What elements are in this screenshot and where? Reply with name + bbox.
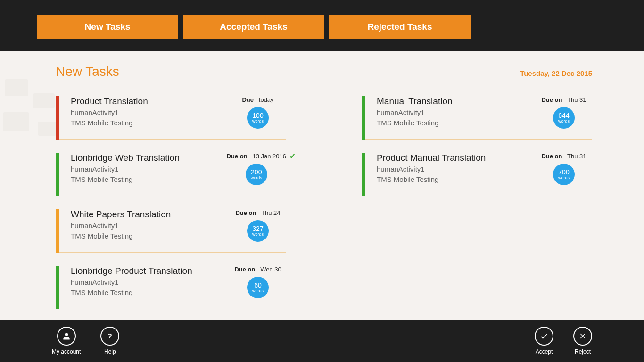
task-card[interactable]: Manual TranslationhumanActivity1TMS Mobi… xyxy=(362,96,592,140)
task-project: TMS Mobile Testing xyxy=(377,174,486,185)
account-icon xyxy=(57,327,76,346)
status-stripe xyxy=(56,96,59,140)
task-activity: humanActivity1 xyxy=(71,277,192,288)
word-count-badge: 200words xyxy=(246,164,267,185)
words-label: words xyxy=(558,176,570,180)
due-line: Due on Wed 30 xyxy=(230,266,286,273)
due-line: Due on Thu 31 xyxy=(536,153,592,160)
task-body: Lionbridge Product TranslationhumanActiv… xyxy=(59,266,286,309)
task-activity: humanActivity1 xyxy=(377,164,486,174)
accept-icon xyxy=(535,327,553,346)
due-value: Thu 31 xyxy=(566,96,586,103)
task-meta: Due on Thu 24327words xyxy=(230,209,286,247)
task-column-left: Product TranslationhumanActivity1TMS Mob… xyxy=(56,96,286,322)
words-label: words xyxy=(252,232,264,237)
due-line: Due today xyxy=(230,96,286,103)
due-label: Due on xyxy=(227,153,248,160)
task-card[interactable]: Lionbridge Web TranslationhumanActivity1… xyxy=(56,153,286,196)
word-count-badge: 644words xyxy=(553,107,575,129)
reject-button[interactable]: Reject xyxy=(573,327,592,355)
task-title: White Papers Translation xyxy=(71,209,171,220)
task-project: TMS Mobile Testing xyxy=(71,174,180,185)
task-info: White Papers TranslationhumanActivity1TM… xyxy=(71,209,171,247)
due-value: 13 Jan 2016 xyxy=(251,153,286,160)
task-activity: humanActivity1 xyxy=(377,107,453,118)
task-card[interactable]: White Papers TranslationhumanActivity1TM… xyxy=(56,209,286,253)
reject-icon xyxy=(573,327,592,346)
bottom-app-bar: My account ? Help Accept Reject xyxy=(0,320,644,362)
check-icon: ✓ xyxy=(289,152,296,161)
due-line: Due on Thu 24 xyxy=(230,209,286,216)
task-activity: humanActivity1 xyxy=(71,221,171,231)
help-label: Help xyxy=(104,348,116,355)
word-count: 700 xyxy=(558,169,569,175)
task-info: Product Manual TranslationhumanActivity1… xyxy=(377,153,486,190)
due-label: Due on xyxy=(541,96,562,103)
due-label: Due on xyxy=(541,153,562,160)
task-info: Lionbridge Web TranslationhumanActivity1… xyxy=(71,153,180,190)
due-value: Thu 24 xyxy=(260,209,281,216)
task-project: TMS Mobile Testing xyxy=(71,288,192,298)
task-meta: Due on Thu 31700words xyxy=(536,153,592,190)
help-icon: ? xyxy=(100,327,119,346)
task-meta: Due on Thu 31644words xyxy=(536,96,592,133)
task-meta: Due on Wed 3060words xyxy=(230,266,286,303)
my-account-button[interactable]: My account xyxy=(52,327,81,355)
help-button[interactable]: ? Help xyxy=(100,327,119,355)
page-title: New Tasks xyxy=(56,64,119,79)
task-activity: humanActivity1 xyxy=(71,164,180,174)
tab-accepted-tasks[interactable]: Accepted Tasks xyxy=(183,15,324,39)
due-label: Due on xyxy=(234,266,255,273)
task-body: Product Manual TranslationhumanActivity1… xyxy=(365,153,592,196)
accept-label: Accept xyxy=(536,348,553,355)
task-meta: Due on 13 Jan 2016200words✓ xyxy=(227,153,286,190)
due-label: Due xyxy=(242,96,254,103)
status-stripe xyxy=(56,153,59,196)
status-stripe xyxy=(56,266,59,309)
tab-rejected-tasks[interactable]: Rejected Tasks xyxy=(329,15,471,39)
task-title: Manual Translation xyxy=(377,96,453,107)
due-value: today xyxy=(257,96,273,103)
due-value: Wed 30 xyxy=(259,266,281,273)
task-card[interactable]: Lionbridge Product TranslationhumanActiv… xyxy=(56,266,286,309)
reject-label: Reject xyxy=(575,348,591,355)
due-line: Due on Thu 31 xyxy=(536,96,592,103)
word-count: 60 xyxy=(254,282,262,288)
task-body: Lionbridge Web TranslationhumanActivity1… xyxy=(59,153,286,196)
task-info: Manual TranslationhumanActivity1TMS Mobi… xyxy=(377,96,453,133)
task-title: Lionbridge Product Translation xyxy=(71,266,192,276)
task-project: TMS Mobile Testing xyxy=(377,118,453,128)
task-card[interactable]: Product TranslationhumanActivity1TMS Mob… xyxy=(56,96,286,140)
words-label: words xyxy=(558,119,570,123)
words-label: words xyxy=(251,176,262,180)
task-body: Product TranslationhumanActivity1TMS Mob… xyxy=(59,96,286,140)
page-date: Tuesday, 22 Dec 2015 xyxy=(520,69,592,77)
due-label: Due on xyxy=(235,209,256,216)
tab-new-tasks[interactable]: New Tasks xyxy=(37,15,178,39)
status-stripe xyxy=(56,209,59,253)
words-label: words xyxy=(252,289,264,293)
word-count-badge: 60words xyxy=(247,277,269,298)
task-title: Product Translation xyxy=(71,96,148,107)
task-body: White Papers TranslationhumanActivity1TM… xyxy=(59,209,286,253)
word-count: 200 xyxy=(251,169,262,175)
task-project: TMS Mobile Testing xyxy=(71,231,171,241)
words-label: words xyxy=(252,119,264,123)
task-info: Product TranslationhumanActivity1TMS Mob… xyxy=(71,96,148,133)
task-card[interactable]: Product Manual TranslationhumanActivity1… xyxy=(362,153,592,196)
svg-text:?: ? xyxy=(108,332,112,340)
task-info: Lionbridge Product TranslationhumanActiv… xyxy=(71,266,192,303)
task-activity: humanActivity1 xyxy=(71,107,148,118)
word-count: 644 xyxy=(558,112,569,119)
word-count: 327 xyxy=(252,225,263,232)
word-count-badge: 700words xyxy=(553,164,575,185)
task-project: TMS Mobile Testing xyxy=(71,118,148,128)
top-tab-bar: New Tasks Accepted Tasks Rejected Tasks xyxy=(0,0,644,51)
word-count-badge: 100words xyxy=(247,107,269,129)
task-meta: Due today100words xyxy=(230,96,286,133)
task-title: Product Manual Translation xyxy=(377,153,486,163)
due-value: Thu 31 xyxy=(566,153,586,160)
status-stripe xyxy=(362,153,365,196)
accept-button[interactable]: Accept xyxy=(535,327,553,355)
word-count-badge: 327words xyxy=(247,220,269,242)
